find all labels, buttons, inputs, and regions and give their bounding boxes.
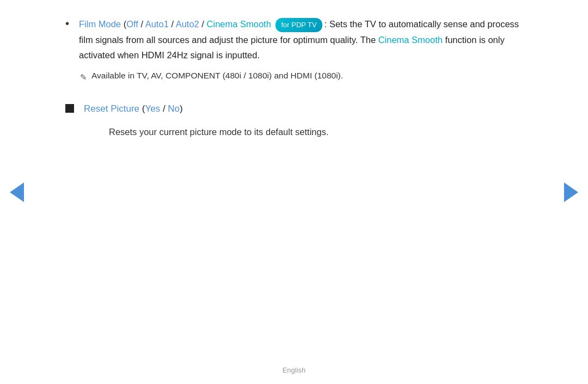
note-icon: ✎ — [80, 70, 87, 84]
reset-paren-close: ) — [180, 103, 183, 114]
option-auto2: Auto2 — [176, 19, 199, 29]
film-mode-content: Film Mode (Off / Auto1 / Auto2 / Cinema … — [79, 16, 523, 84]
slash1: / — [138, 19, 145, 29]
note-section: ✎ Available in TV, AV, COMPONENT (480i /… — [79, 69, 523, 84]
reset-slash: / — [160, 103, 168, 114]
option-yes: Yes — [145, 103, 160, 114]
nav-arrow-left[interactable] — [10, 182, 24, 202]
footer-language: English — [283, 366, 306, 374]
option-auto1: Auto1 — [145, 19, 169, 29]
nav-arrow-right[interactable] — [564, 182, 578, 202]
main-content: • Film Mode (Off / Auto1 / Auto2 / Cinem… — [22, 0, 566, 161]
film-mode-label: Film Mode — [79, 19, 121, 29]
square-bullet-icon — [65, 104, 74, 113]
reset-description: Resets your current picture mode to its … — [109, 125, 523, 139]
reset-picture-section: Reset Picture (Yes / No) — [65, 101, 523, 116]
option-off: Off — [126, 19, 138, 29]
pdp-badge: for PDP TV — [275, 18, 322, 32]
reset-paren-open: ( — [139, 103, 145, 114]
note-text: Available in TV, AV, COMPONENT (480i / 1… — [91, 69, 343, 83]
bullet-dot: • — [65, 17, 69, 30]
slash3: / — [199, 19, 207, 29]
reset-picture-label: Reset Picture — [84, 103, 139, 114]
slash2: / — [169, 19, 176, 29]
film-mode-section: • Film Mode (Off / Auto1 / Auto2 / Cinem… — [65, 16, 523, 84]
cinema-smooth-inline: Cinema Smooth — [378, 35, 443, 45]
option-no: No — [168, 103, 180, 114]
reset-picture-content: Reset Picture (Yes / No) — [84, 101, 183, 116]
option-cinema-smooth: Cinema Smooth — [207, 19, 271, 29]
